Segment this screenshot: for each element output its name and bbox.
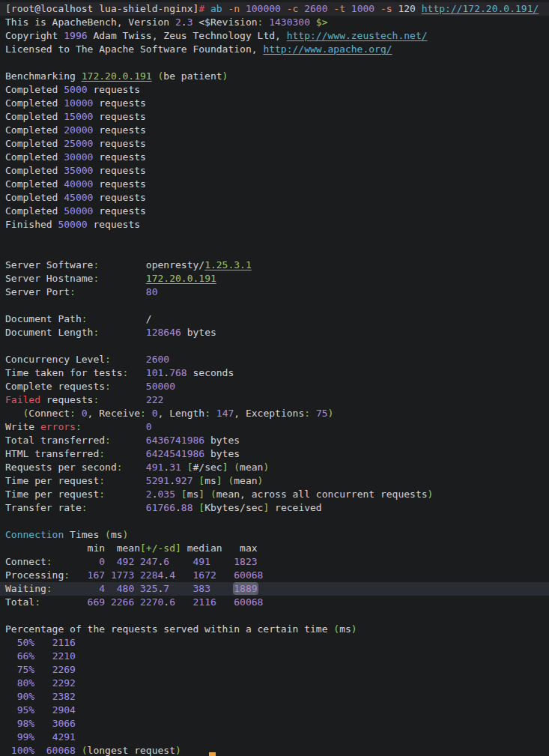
text-segment: Copyright: [5, 30, 64, 41]
text-segment: #/sec: [192, 462, 222, 473]
text-segment: ms: [111, 529, 123, 540]
text-segment: 2116: [193, 596, 216, 608]
text-segment: , Receive: [88, 408, 140, 419]
text-segment: ): [263, 462, 269, 473]
terminal-link[interactable]: http://www.zeustech.net/: [287, 30, 428, 41]
text-segment: seconds: [187, 367, 234, 378]
text-segment: ): [123, 529, 129, 540]
text-segment: [345, 3, 351, 14]
text-segment: [root@localhost lua-shield-nginx]: [5, 3, 198, 14]
text-segment: Completed: [5, 84, 64, 95]
text-segment: Finished: [5, 219, 58, 230]
percentile-line: 90% 2382: [0, 690, 549, 704]
text-segment: [310, 16, 316, 28]
text-segment: 99%: [17, 731, 34, 743]
text-segment: 491: [193, 556, 210, 567]
text-segment: [5, 691, 17, 702]
text-segment: Requests per second: [5, 462, 117, 473]
text-segment: Benchmarking: [5, 70, 82, 82]
text-segment: Completed: [5, 178, 64, 190]
text-segment: :: [46, 556, 52, 567]
text-segment: [52, 583, 100, 594]
percentile-line: 80% 2292: [0, 677, 549, 690]
terminal-cursor: [209, 752, 216, 756]
text-segment: ms: [339, 623, 351, 635]
document-length-line: Document Length: 128646 bytes: [0, 326, 549, 339]
text-segment: [: [198, 502, 204, 513]
text-segment: Kbytes/sec: [204, 502, 263, 513]
text-segment: 2600: [146, 354, 169, 365]
terminal-output[interactable]: [root@localhost lua-shield-nginx]# ab -n…: [0, 0, 549, 756]
text-segment: [34, 650, 52, 662]
benchmarking-line: Benchmarking 172.20.0.191 (be patient): [0, 70, 549, 83]
text-segment: ): [222, 70, 228, 82]
text-segment: :: [46, 583, 52, 594]
percentile-line: 66% 2210: [0, 650, 549, 663]
text-segment: ): [258, 475, 264, 486]
text-segment: [310, 408, 316, 419]
text-segment: Adam Twiss, Zeus Technology Ltd,: [88, 30, 287, 41]
time-per-request-concurrent-line: Time per request: 2.035 [ms] (mean, acro…: [0, 488, 549, 501]
text-segment: bytes: [204, 448, 240, 459]
text-segment: Percentage of the requests served within…: [5, 623, 333, 635]
text-segment: (: [333, 623, 339, 635]
text-segment: 2266: [111, 596, 134, 608]
text-segment: requests: [93, 165, 145, 176]
finished-line: Finished 50000 requests: [0, 218, 549, 232]
text-segment: [169, 583, 192, 594]
text-segment: [210, 408, 216, 419]
text-segment: [5, 731, 17, 743]
text-segment: :: [82, 502, 88, 513]
text-segment: :: [76, 421, 82, 432]
text-segment: Licensed to The Apache Software Foundati…: [5, 43, 263, 55]
text-segment: 98%: [17, 718, 34, 729]
text-segment: 90%: [17, 691, 34, 702]
text-segment: Completed: [5, 97, 64, 109]
text-segment: 4291: [52, 731, 76, 743]
progress-line: Completed 20000 requests: [0, 124, 549, 137]
text-segment: :: [99, 489, 105, 500]
terminal-link[interactable]: 172.20.0.191: [82, 70, 152, 82]
text-segment: ): [175, 745, 181, 756]
text-segment: 768: [169, 367, 186, 378]
text-segment: Times: [64, 529, 105, 540]
text-segment: requests: [93, 97, 145, 109]
text-segment: .: [163, 569, 169, 581]
text-segment: 1430300: [269, 16, 310, 28]
text-segment: Connect: [28, 408, 70, 419]
terminal-link[interactable]: 172.20.0.191: [146, 273, 216, 284]
text-segment: :: [82, 313, 88, 324]
progress-line: Completed 45000 requests: [0, 191, 549, 205]
text-segment: :: [34, 596, 40, 608]
text-segment: [105, 448, 146, 459]
terminal-link[interactable]: http://172.20.0.191/: [422, 3, 539, 14]
text-segment: [52, 556, 100, 567]
text-segment: .: [163, 462, 169, 473]
text-segment: 88: [181, 502, 193, 513]
text-segment: [99, 273, 146, 284]
text-segment: ): [428, 489, 434, 500]
text-segment: ): [328, 408, 334, 419]
text-segment: [175, 489, 181, 500]
text-segment: mean: [240, 462, 263, 473]
text-segment: , Length: [158, 408, 205, 419]
failed-requests-line: Failed requests: 222: [0, 393, 549, 407]
text-segment: 0: [82, 408, 88, 419]
text-segment: -n: [228, 3, 240, 14]
blank-line: [0, 245, 549, 258]
text-segment: :: [140, 408, 146, 419]
text-segment: [216, 569, 234, 581]
text-segment: median max: [181, 542, 258, 554]
text-segment: HTML transferred: [5, 448, 99, 459]
text-segment: :: [105, 354, 111, 365]
terminal-link[interactable]: http://www.apache.org/: [263, 43, 392, 55]
terminal-link[interactable]: 1.25.3.1: [204, 259, 252, 270]
text-segment: 2284: [140, 569, 163, 581]
text-segment: Total: [5, 596, 34, 608]
table-row-connect: Connect: 0 492 247.6 491 1823: [0, 555, 549, 569]
text-segment: [+/-sd]: [140, 542, 181, 554]
text-segment: [40, 596, 88, 608]
text-segment: min mean: [5, 542, 140, 554]
version-line: This is ApacheBench, Version 2.3 <$Revis…: [0, 16, 549, 29]
percentile-line: 50% 2116: [0, 636, 549, 650]
